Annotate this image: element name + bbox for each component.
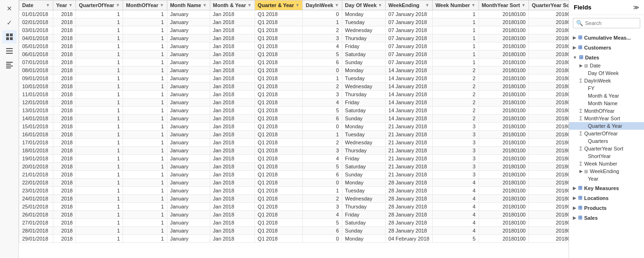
col-header-year[interactable]: Year▼ bbox=[53, 0, 76, 10]
table-row[interactable]: 15/01/2018201811JanuaryJan 2018Q1 20180M… bbox=[19, 123, 569, 131]
table-row[interactable]: 25/01/2018201811JanuaryJan 2018Q1 20183T… bbox=[19, 203, 569, 211]
search-input[interactable] bbox=[585, 20, 637, 26]
cell-weekending: 14 January 2018 bbox=[385, 75, 432, 83]
table-row[interactable]: 27/01/2018201811JanuaryJan 2018Q1 20185S… bbox=[19, 219, 569, 227]
table-row[interactable]: 10/01/2018201811JanuaryJan 2018Q1 20182W… bbox=[19, 83, 569, 91]
col-header-quarteryear[interactable]: Quarter & Year▼ bbox=[255, 0, 303, 10]
col-header-dayinweek[interactable]: DayInWeek▼ bbox=[303, 0, 342, 10]
field-group-toggle-products[interactable]: ▶⊞Products bbox=[569, 203, 644, 212]
table-row[interactable]: 21/01/2018201811JanuaryJan 2018Q1 20186S… bbox=[19, 171, 569, 179]
table-container[interactable]: Date▼Year▼QuarterOfYear▼MonthOfYear▼Mont… bbox=[19, 0, 569, 258]
cell-date: 15/01/2018 bbox=[19, 123, 53, 131]
table-row[interactable]: 23/01/2018201811JanuaryJan 2018Q1 20181T… bbox=[19, 187, 569, 195]
field-item-month-name[interactable]: Month Name bbox=[569, 100, 644, 107]
table-row[interactable]: 16/01/2018201811JanuaryJan 2018Q1 20181T… bbox=[19, 131, 569, 139]
field-item-date[interactable]: ▶⊞Date bbox=[569, 62, 644, 69]
report-view-button[interactable] bbox=[2, 58, 17, 72]
table-row[interactable]: 18/01/2018201811JanuaryJan 2018Q1 20183T… bbox=[19, 147, 569, 155]
table-row[interactable]: 24/01/2018201811JanuaryJan 2018Q1 20182W… bbox=[19, 195, 569, 203]
cell-quarteryear: Q1 2018 bbox=[255, 83, 303, 91]
field-group-toggle-dates[interactable]: ▼⊞Dates bbox=[569, 53, 644, 62]
table-row[interactable]: 12/01/2018201811JanuaryJan 2018Q1 20184F… bbox=[19, 99, 569, 107]
field-group-toggle-locations[interactable]: ▶⊞Locations bbox=[569, 193, 644, 202]
cell-quarteryear: Q1 2018 bbox=[255, 211, 303, 219]
table-row[interactable]: 07/01/2018201811JanuaryJan 2018Q1 20186S… bbox=[19, 58, 569, 67]
table-row[interactable]: 14/01/2018201811JanuaryJan 2018Q1 20186S… bbox=[19, 115, 569, 123]
table-row[interactable]: 28/01/2018201811JanuaryJan 2018Q1 20186S… bbox=[19, 227, 569, 235]
table-row[interactable]: 03/01/2018201811JanuaryJan 2018Q1 20182W… bbox=[19, 26, 569, 34]
col-header-monthyear[interactable]: Month & Year▼ bbox=[210, 0, 255, 10]
table-row[interactable]: 13/01/2018201811JanuaryJan 2018Q1 20185S… bbox=[19, 107, 569, 115]
col-header-monthyearsort[interactable]: MonthYear Sort▼ bbox=[479, 0, 528, 10]
field-item-week-number[interactable]: ΣWeek Number bbox=[569, 160, 644, 167]
table-row[interactable]: 20/01/2018201811JanuaryJan 2018Q1 20185S… bbox=[19, 163, 569, 171]
field-item-quarteryear-sort[interactable]: ΣQuarterYear Sort bbox=[569, 145, 644, 152]
field-item-shortyear[interactable]: ShortYear bbox=[569, 152, 644, 160]
col-header-weekending[interactable]: WeekEnding▼ bbox=[385, 0, 432, 10]
col-header-quarterofyear[interactable]: QuarterOfYear▼ bbox=[76, 0, 123, 10]
field-item-quarter-&-year[interactable]: Quarter & Year bbox=[569, 122, 644, 130]
field-item-day-of-week[interactable]: Day Of Week bbox=[569, 69, 644, 77]
group-label: Key Measures bbox=[584, 185, 619, 191]
table-row[interactable]: 04/01/2018201811JanuaryJan 2018Q1 20183T… bbox=[19, 34, 569, 42]
col-label-monthyear: Month & Year bbox=[213, 2, 246, 8]
cell-monthofyear: 1 bbox=[123, 171, 167, 179]
search-box[interactable]: 🔍 bbox=[573, 18, 640, 28]
field-item-year[interactable]: Year bbox=[569, 175, 644, 183]
cell-date: 08/01/2018 bbox=[19, 67, 53, 75]
field-item-fy[interactable]: FY bbox=[569, 84, 644, 92]
cell-weekending: 04 February 2018 bbox=[385, 235, 432, 243]
cell-monthyearsort: 20180100 bbox=[479, 203, 528, 211]
table-view-button[interactable] bbox=[2, 44, 17, 58]
table-row[interactable]: 05/01/2018201811JanuaryJan 2018Q1 20184F… bbox=[19, 42, 569, 50]
field-item-dayinweek[interactable]: ΣDayInWeek bbox=[569, 77, 644, 84]
check-button[interactable]: ✓ bbox=[2, 16, 17, 29]
cell-quarteryearsort: 20180100 bbox=[528, 195, 569, 203]
table-row[interactable]: 08/01/2018201811JanuaryJan 2018Q1 20180M… bbox=[19, 67, 569, 75]
cell-monthyear: Jan 2018 bbox=[210, 26, 255, 34]
field-group-toggle-sales[interactable]: ▶⊞Sales bbox=[569, 213, 644, 222]
cell-monthname: January bbox=[167, 34, 210, 42]
cell-quarterofyear: 1 bbox=[76, 50, 123, 58]
field-item-weekending[interactable]: ▶⊞WeekEnding bbox=[569, 167, 644, 175]
col-header-quarteryearsort[interactable]: QuarterYear Sort▼ bbox=[528, 0, 569, 10]
cell-year: 2018 bbox=[53, 219, 76, 227]
col-header-date[interactable]: Date▼ bbox=[19, 0, 53, 10]
field-item-monthofyear[interactable]: ΣMonthOfYear bbox=[569, 107, 644, 115]
field-group-toggle-key-measures[interactable]: ▶⊞Key Measures bbox=[569, 183, 644, 192]
table-row[interactable]: 26/01/2018201811JanuaryJan 2018Q1 20184F… bbox=[19, 211, 569, 219]
table-row[interactable]: 06/01/2018201811JanuaryJan 2018Q1 20185S… bbox=[19, 50, 569, 58]
table-row[interactable]: 09/01/2018201811JanuaryJan 2018Q1 20181T… bbox=[19, 75, 569, 83]
col-header-weeknumber[interactable]: Week Number▼ bbox=[432, 0, 479, 10]
data-table: Date▼Year▼QuarterOfYear▼MonthOfYear▼Mont… bbox=[19, 0, 569, 243]
cell-quarteryear: Q1 2018 bbox=[255, 67, 303, 75]
field-item-quarters[interactable]: Quarters bbox=[569, 137, 644, 145]
cell-quarteryearsort: 20180100 bbox=[528, 155, 569, 163]
cell-weekending: 21 January 2018 bbox=[385, 155, 432, 163]
field-group-toggle-cumulative-meas...[interactable]: ▶⊞Cumulative Meas... bbox=[569, 33, 644, 42]
table-row[interactable]: 29/01/2018201811JanuaryJan 2018Q1 20180M… bbox=[19, 235, 569, 243]
close-button[interactable]: ✕ bbox=[2, 2, 17, 15]
field-item-month-&-year[interactable]: Month & Year bbox=[569, 92, 644, 100]
col-header-monthofyear[interactable]: MonthOfYear▼ bbox=[123, 0, 167, 10]
field-item-quarterofyear[interactable]: ΣQuarterOfYear bbox=[569, 130, 644, 137]
table-row[interactable]: 19/01/2018201811JanuaryJan 2018Q1 20184F… bbox=[19, 155, 569, 163]
cell-quarteryearsort: 20180100 bbox=[528, 99, 569, 107]
cell-weekending: 07 January 2018 bbox=[385, 50, 432, 58]
field-item-monthyear-sort[interactable]: ΣMonthYear Sort bbox=[569, 115, 644, 122]
table-row[interactable]: 11/01/2018201811JanuaryJan 2018Q1 20183T… bbox=[19, 91, 569, 99]
table-row[interactable]: 22/01/2018201811JanuaryJan 2018Q1 20180M… bbox=[19, 179, 569, 187]
col-header-monthname[interactable]: Month Name▼ bbox=[167, 0, 210, 10]
cell-monthyear: Jan 2018 bbox=[210, 147, 255, 155]
collapse-icon[interactable]: ≫ bbox=[633, 4, 639, 11]
field-group-toggle-customers[interactable]: ▶⊞Customers bbox=[569, 43, 644, 52]
cell-year: 2018 bbox=[53, 195, 76, 203]
cell-quarteryearsort: 20180100 bbox=[528, 34, 569, 42]
table-row[interactable]: 02/01/2018201811JanuaryJan 2018Q1 20181T… bbox=[19, 18, 569, 26]
table-row[interactable]: 17/01/2018201811JanuaryJan 2018Q1 20182W… bbox=[19, 139, 569, 147]
col-header-dayofweek[interactable]: Day Of Week▼ bbox=[342, 0, 385, 10]
cell-date: 20/01/2018 bbox=[19, 163, 53, 171]
table-row[interactable]: 01/01/2018201811JanuaryJan 2018Q1 20180M… bbox=[19, 10, 569, 18]
grid-view-button[interactable] bbox=[2, 30, 17, 43]
cell-quarteryear: Q1 2018 bbox=[255, 50, 303, 58]
